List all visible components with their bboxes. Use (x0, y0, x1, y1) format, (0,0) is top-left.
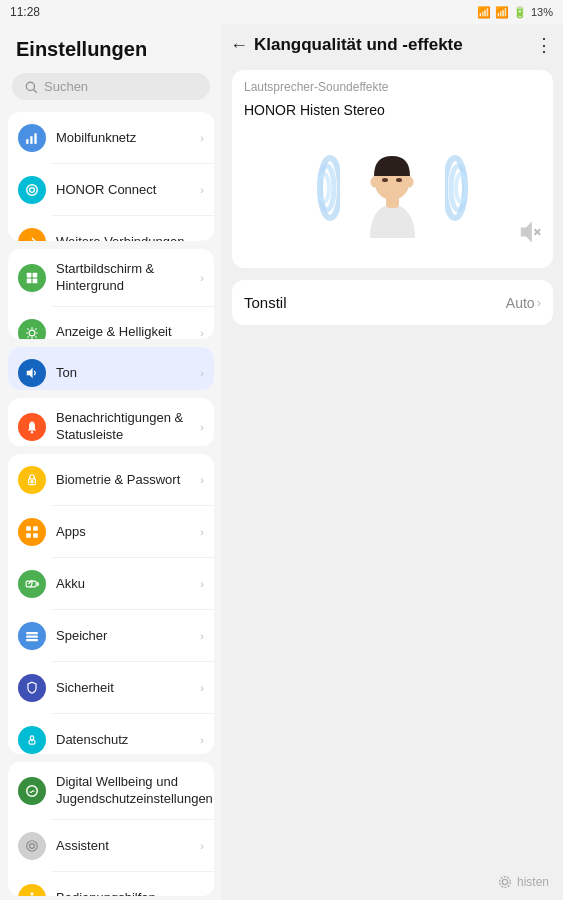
group-security: Biometrie & Passwort › Apps › Akku › (8, 454, 214, 754)
chevron-icon: › (200, 184, 204, 196)
chevron-icon: › (200, 272, 204, 284)
status-icons: 📶 📶 🔋 13% (477, 6, 553, 19)
group-notifications: Benachrichtigungen & Statusleiste › (8, 398, 214, 446)
search-placeholder: Suchen (44, 79, 88, 94)
main-layout: Einstellungen Suchen Mobilfunknetz › HON… (0, 24, 563, 900)
right-header: ← Klangqualität und -effekte ⋮ (222, 24, 563, 66)
svg-rect-32 (26, 632, 38, 634)
group-display: Startbildschirm & Hintergrund › Anzeige … (8, 249, 214, 340)
chevron-icon: › (200, 367, 204, 379)
mobilfunknetz-label: Mobilfunknetz (56, 130, 190, 147)
tonstil-label: Tonstil (244, 294, 287, 311)
sidebar-item-honor-connect[interactable]: HONOR Connect › (8, 164, 214, 216)
biometrie-label: Biometrie & Passwort (56, 472, 190, 489)
honor-connect-label: HONOR Connect (56, 182, 190, 199)
chevron-icon: › (200, 682, 204, 694)
histen-logo: histen (497, 874, 549, 890)
chevron-icon: › (200, 840, 204, 852)
bedienungshilfen-label: Bedienungshilfen (56, 890, 190, 896)
sidebar-item-mobilfunknetz[interactable]: Mobilfunknetz › (8, 112, 214, 164)
group-network: Mobilfunknetz › HONOR Connect › Weitere … (8, 112, 214, 241)
svg-point-54 (456, 174, 466, 202)
battery-icon: 🔋 (513, 6, 527, 19)
svg-line-1 (34, 89, 37, 92)
wifi-icon: 📶 (495, 6, 509, 19)
chevron-icon: › (200, 327, 204, 339)
biometrie-icon (18, 466, 46, 494)
benachrichtigungen-label: Benachrichtigungen & Statusleiste (56, 410, 190, 444)
left-panel: Einstellungen Suchen Mobilfunknetz › HON… (0, 24, 222, 900)
sicherheit-label: Sicherheit (56, 680, 190, 697)
svg-point-45 (319, 174, 329, 202)
chevron-icon: › (200, 578, 204, 590)
sidebar-item-akku[interactable]: Akku › (8, 558, 214, 610)
back-button[interactable]: ← (230, 35, 248, 56)
svg-line-19 (35, 328, 36, 329)
assistent-label: Assistent (56, 838, 190, 855)
sidebar-item-benachrichtigungen[interactable]: Benachrichtigungen & Statusleiste › (8, 398, 214, 446)
svg-point-40 (27, 841, 38, 852)
head-figure (305, 138, 480, 238)
chevron-icon: › (200, 421, 204, 433)
akku-icon (18, 570, 46, 598)
digital-wellbeing-label: Digital Wellbeing und Jugendschutzeinste… (56, 774, 213, 808)
group-ton: Ton › (8, 347, 214, 390)
svg-rect-27 (33, 533, 38, 538)
sidebar-item-assistent[interactable]: Assistent › (8, 820, 214, 872)
svg-point-35 (30, 736, 34, 740)
weitere-verbindungen-label: Weitere Verbindungen (56, 234, 190, 241)
sidebar-item-sicherheit[interactable]: Sicherheit › (8, 662, 214, 714)
status-bar: 11:28 📶 📶 🔋 13% (0, 0, 563, 24)
sidebar-item-startbildschirm[interactable]: Startbildschirm & Hintergrund › (8, 249, 214, 307)
svg-point-23 (31, 481, 33, 483)
svg-point-11 (29, 330, 35, 336)
sidebar-item-bedienungshilfen[interactable]: Bedienungshilfen › (8, 872, 214, 896)
sidebar-item-biometrie[interactable]: Biometrie & Passwort › (8, 454, 214, 506)
anzeige-icon (18, 319, 46, 340)
sidebar-item-datenschutz[interactable]: Datenschutz › (8, 714, 214, 754)
svg-rect-25 (33, 526, 38, 531)
mobilfunknetz-icon (18, 124, 46, 152)
apps-label: Apps (56, 524, 190, 541)
svg-rect-34 (26, 639, 38, 641)
mute-icon[interactable] (519, 221, 541, 248)
histen-footer: histen (222, 864, 563, 900)
svg-rect-7 (27, 272, 32, 277)
sidebar-item-digital-wellbeing[interactable]: Digital Wellbeing und Jugendschutzeinste… (8, 762, 214, 820)
right-speaker-wave (445, 148, 480, 228)
startbildschirm-label: Startbildschirm & Hintergrund (56, 261, 190, 295)
search-bar[interactable]: Suchen (12, 73, 210, 100)
sidebar-item-weitere-verbindungen[interactable]: Weitere Verbindungen › (8, 216, 214, 241)
sidebar-item-speicher[interactable]: Speicher › (8, 610, 214, 662)
svg-line-16 (27, 328, 28, 329)
search-icon (24, 80, 38, 94)
anzeige-label: Anzeige & Helligkeit (56, 324, 190, 339)
svg-point-49 (407, 177, 414, 187)
chevron-icon: › (200, 474, 204, 486)
person-figure (360, 138, 425, 238)
sidebar-item-ton[interactable]: Ton › (8, 347, 214, 390)
right-panel-title: Klangqualität und -effekte (254, 35, 529, 55)
svg-rect-26 (26, 533, 31, 538)
akku-label: Akku (56, 576, 190, 593)
status-time: 11:28 (10, 5, 40, 19)
svg-point-5 (30, 188, 35, 193)
sidebar-item-anzeige-helligkeit[interactable]: Anzeige & Helligkeit › (8, 307, 214, 340)
startbildschirm-icon (18, 264, 46, 292)
svg-point-48 (371, 177, 378, 187)
svg-point-6 (27, 185, 38, 196)
more-options-button[interactable]: ⋮ (535, 34, 553, 56)
ton-icon (18, 359, 46, 387)
sidebar-item-apps[interactable]: Apps › (8, 506, 214, 558)
svg-point-50 (382, 178, 388, 182)
chevron-icon: › (200, 734, 204, 746)
left-speaker-wave (305, 148, 340, 228)
svg-point-41 (30, 844, 35, 849)
speicher-label: Speicher (56, 628, 190, 645)
tonstil-row[interactable]: Tonstil Auto › (232, 280, 553, 325)
honor-connect-icon (18, 176, 46, 204)
svg-point-59 (500, 877, 511, 888)
svg-point-0 (26, 82, 34, 90)
spacer (222, 329, 563, 864)
svg-rect-8 (33, 272, 38, 277)
